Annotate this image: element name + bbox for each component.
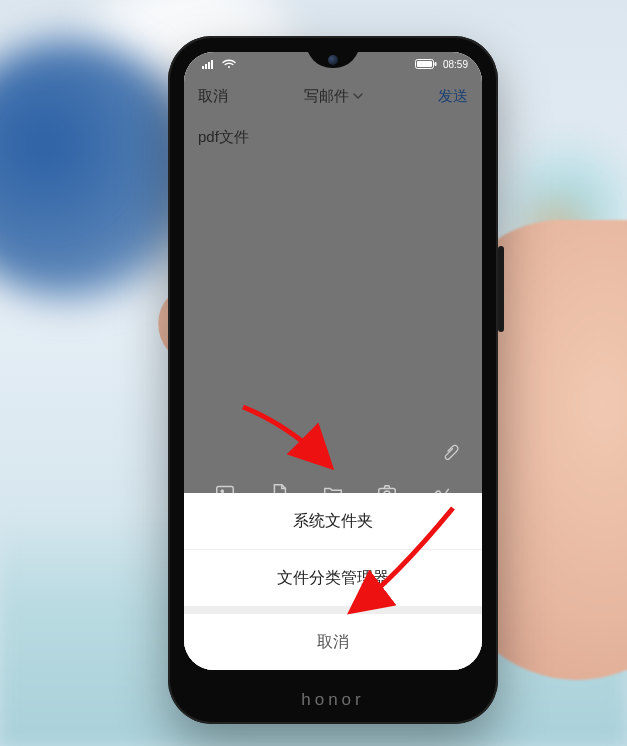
sheet-option-system-folder[interactable]: 系统文件夹 <box>184 493 482 549</box>
sheet-divider <box>184 606 482 614</box>
svg-point-4 <box>228 66 230 68</box>
svg-rect-0 <box>202 66 204 69</box>
subject-field[interactable]: pdf文件 <box>184 118 482 147</box>
scene-root: honor 取消 写邮件 发送 pdf文件 <box>0 0 627 746</box>
cancel-button[interactable]: 取消 <box>198 87 228 106</box>
phone-frame: honor 取消 写邮件 发送 pdf文件 <box>168 36 498 724</box>
action-sheet: 系统文件夹 文件分类管理器 取消 <box>184 493 482 670</box>
sheet-cancel-button[interactable]: 取消 <box>184 614 482 670</box>
wifi-icon <box>222 59 236 69</box>
phone-screen: 取消 写邮件 发送 pdf文件 <box>184 52 482 670</box>
navbar: 取消 写邮件 发送 <box>184 74 482 118</box>
navbar-title-label: 写邮件 <box>304 87 349 106</box>
chevron-down-icon <box>353 91 363 101</box>
bg-blob <box>517 190 597 270</box>
attachment-button[interactable] <box>436 436 466 466</box>
signal-icon <box>202 59 216 69</box>
svg-rect-2 <box>208 62 210 69</box>
status-time: 08:59 <box>443 59 468 70</box>
svg-rect-3 <box>211 60 213 69</box>
battery-icon <box>415 59 437 69</box>
phone-brand: honor <box>168 676 498 724</box>
svg-rect-1 <box>205 64 207 69</box>
send-button[interactable]: 发送 <box>438 87 468 106</box>
svg-rect-7 <box>434 62 436 66</box>
sheet-option-file-manager[interactable]: 文件分类管理器 <box>184 549 482 606</box>
navbar-title[interactable]: 写邮件 <box>304 87 363 106</box>
paperclip-icon <box>442 442 460 460</box>
svg-rect-6 <box>417 61 432 67</box>
